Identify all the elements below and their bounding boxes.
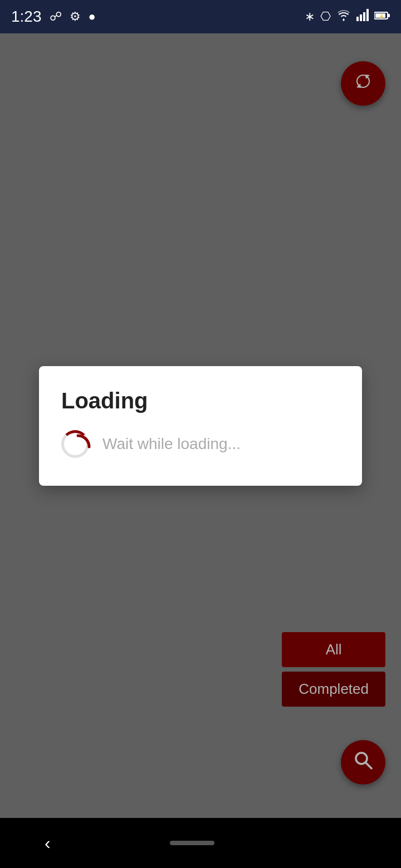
svg-text:⚡: ⚡ — [379, 13, 384, 19]
svg-rect-0 — [356, 17, 359, 21]
status-right: ∗ ⎔ ⚡ — [305, 9, 390, 24]
loading-title: Loading — [61, 388, 340, 413]
settings-icon: ⚙ — [70, 9, 81, 24]
bluetooth-icon: ∗ — [305, 9, 315, 24]
status-time: 1:23 — [11, 8, 42, 26]
loading-spinner — [61, 430, 89, 458]
dot-icon: ● — [89, 9, 96, 24]
status-left: 1:23 ☍ ⚙ ● — [11, 8, 96, 26]
bottom-nav: ‹ — [0, 818, 401, 868]
svg-rect-1 — [360, 14, 362, 21]
status-bar: 1:23 ☍ ⚙ ● ∗ ⎔ — [0, 0, 401, 33]
svg-rect-2 — [363, 12, 365, 21]
vibrate-icon: ⎔ — [320, 9, 331, 24]
back-button[interactable]: ‹ — [45, 833, 51, 854]
message-icon: ☍ — [50, 9, 62, 24]
loading-body: Wait while loading... — [61, 430, 340, 458]
loading-dialog: Loading Wait while loading... — [39, 366, 362, 486]
svg-rect-6 — [388, 14, 390, 17]
signal-icon — [356, 9, 369, 24]
main-content: Loading Wait while loading... All Comple… — [0, 33, 401, 818]
loading-text: Wait while loading... — [102, 435, 241, 453]
home-indicator[interactable] — [170, 841, 214, 845]
wifi-icon — [336, 9, 351, 24]
svg-rect-3 — [366, 9, 369, 21]
battery-icon: ⚡ — [374, 9, 390, 24]
dialog-overlay: Loading Wait while loading... — [0, 33, 401, 818]
